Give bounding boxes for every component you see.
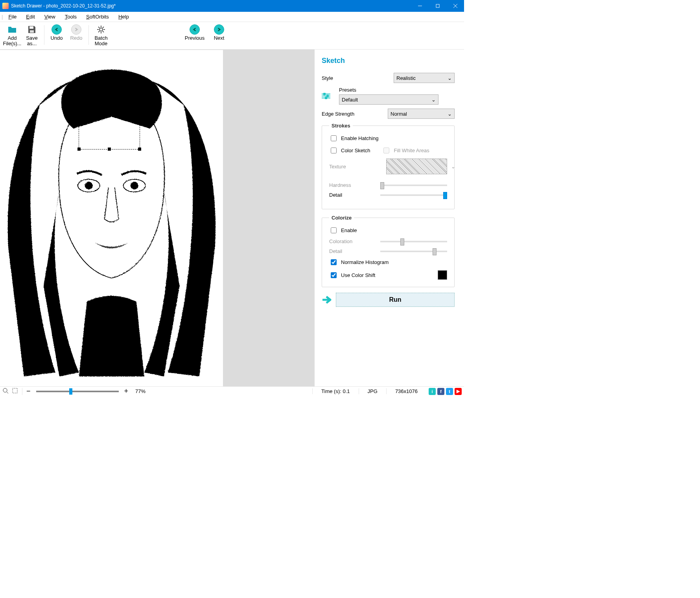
svg-rect-21 [13,388,17,393]
prev-icon [189,24,200,35]
zoom-actual-icon[interactable] [2,388,9,395]
twitter-icon[interactable]: t [446,388,453,395]
presets-select[interactable]: Default⌄ [339,94,438,105]
redo-button: Redo [66,24,86,41]
gear-icon [96,24,107,35]
svg-line-13 [103,27,104,28]
chevron-down-icon: ⌄ [448,111,452,117]
statusbar: − + 77% Time (s): 0.1 JPG 736x1076 i f t… [0,386,464,396]
zoom-in-button[interactable]: + [124,387,129,395]
run-button[interactable]: Run [336,293,455,307]
titlebar: Sketch Drawer - photo_2022-10-20_12-31-5… [0,0,464,12]
selection-rect[interactable] [79,88,140,150]
menu-view[interactable]: View [41,13,59,20]
use-color-shift-checkbox[interactable]: Use Color Shift [329,271,375,279]
status-format: JPG [359,388,386,394]
youtube-icon[interactable]: ▶ [455,388,462,395]
menubar: | File Edit View Tools SoftOrbits Help [0,12,464,22]
sliders-icon[interactable] [322,94,335,98]
svg-point-6 [99,28,103,31]
save-icon [26,24,37,35]
zoom-value: 77% [135,388,146,394]
detail-label: Detail [329,192,376,198]
edge-strength-label: Edge Strength [322,111,384,117]
minimize-button[interactable] [411,0,429,12]
menu-tools[interactable]: Tools [61,13,81,20]
undo-button[interactable]: Undo [47,24,66,41]
svg-line-20 [7,392,8,393]
svg-rect-4 [29,26,33,29]
enable-hatching-checkbox[interactable]: Enable Hatching [329,134,447,142]
chevron-down-icon: ⌄ [448,75,452,81]
svg-point-18 [130,181,138,189]
window-title: Sketch Drawer - photo_2022-10-20_12-31-5… [11,3,411,9]
detail-slider[interactable] [380,194,447,196]
color-swatch[interactable] [438,270,447,280]
batch-mode-button[interactable]: Batch Mode [91,24,111,46]
info-icon[interactable]: i [429,388,436,395]
menu-help[interactable]: Help [114,13,133,20]
app-icon [2,3,9,9]
canvas-area[interactable] [0,50,315,386]
zoom-slider[interactable] [36,391,119,392]
colorize-enable-checkbox[interactable]: Enable [329,226,447,234]
chevron-down-icon: ⌄ [431,97,436,103]
hardness-label: Hardness [329,182,376,188]
texture-select: ⌄ [386,159,447,174]
toolbar: Add File(s)... Save as... Undo Redo Batc… [0,22,464,50]
status-time: Time (s): 0.1 [312,388,358,394]
coloration-slider [380,241,447,242]
next-button[interactable]: Next [209,24,229,41]
status-dimensions: 736x1076 [386,388,426,394]
facebook-icon[interactable]: f [437,388,444,395]
menu-file[interactable]: File [4,13,20,20]
texture-label: Texture [329,164,382,170]
svg-rect-5 [30,30,34,33]
svg-line-14 [98,31,99,32]
coloration-label: Coloration [329,238,376,244]
svg-point-16 [85,181,92,189]
edge-strength-select[interactable]: Normal⌄ [388,109,455,119]
close-button[interactable] [446,0,464,12]
undo-icon [51,24,62,35]
colorize-detail-label: Detail [329,248,376,254]
side-panel: Sketch Style Realistic⌄ Presets Default⌄… [315,50,464,386]
zoom-out-button[interactable]: − [26,387,31,395]
colorize-group: Colorize Enable Coloration Detail Normal… [322,215,455,287]
strokes-group: Strokes Enable Hatching Color Sketch Fil… [322,123,455,209]
save-as-button[interactable]: Save as... [22,24,42,46]
redo-icon [71,24,82,35]
fill-white-checkbox: Fill White Areas [382,146,429,155]
panel-heading: Sketch [322,57,455,65]
fit-screen-icon[interactable] [12,388,18,395]
hardness-slider [380,185,447,186]
run-arrow-icon [322,295,333,305]
folder-icon [7,24,18,35]
maximize-button[interactable] [429,0,446,12]
svg-rect-1 [436,4,439,7]
normalize-histogram-checkbox[interactable]: Normalize Histogram [329,258,447,266]
next-icon [214,24,225,35]
svg-line-12 [103,31,104,32]
menu-softorbits[interactable]: SoftOrbits [82,13,113,20]
previous-button[interactable]: Previous [185,24,204,41]
add-files-button[interactable]: Add File(s)... [2,24,22,46]
color-sketch-checkbox[interactable]: Color Sketch [329,146,370,155]
style-select[interactable]: Realistic⌄ [394,73,455,83]
menu-edit[interactable]: Edit [22,13,39,20]
style-label: Style [322,75,390,81]
svg-line-11 [98,27,99,28]
svg-point-19 [3,388,7,392]
presets-label: Presets [339,87,455,93]
colorize-detail-slider [380,251,447,252]
chevron-down-icon: ⌄ [451,164,455,170]
